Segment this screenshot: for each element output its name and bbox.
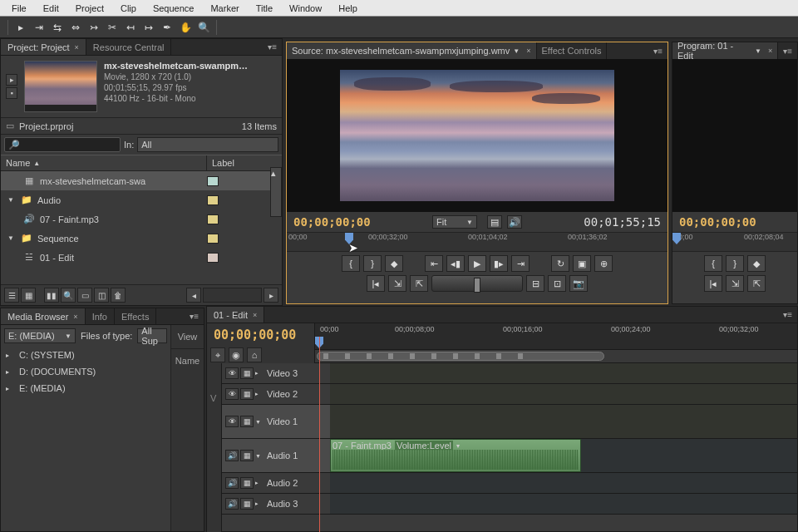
timeline-zoom-bar[interactable] [315, 350, 797, 363]
list-item[interactable]: ▦mx-steveshelmetcam-swa [1, 171, 282, 190]
safe-margins-icon[interactable]: ▣ [573, 255, 591, 272]
toggle-eye-icon[interactable]: 👁 [225, 388, 239, 400]
menu-clip[interactable]: Clip [112, 2, 145, 15]
selection-tool-icon[interactable]: ▸ [12, 19, 29, 36]
output-icon[interactable]: ▤ [487, 215, 502, 229]
go-prev-marker-icon[interactable]: |◂ [704, 275, 722, 292]
name-column[interactable]: Name [171, 348, 204, 372]
track-audio2[interactable] [330, 473, 797, 493]
go-to-in-icon[interactable]: ⇤ [425, 255, 443, 272]
track-select-tool-icon[interactable]: ⇥ [31, 19, 47, 36]
insert-icon[interactable]: ⇲ [726, 275, 744, 292]
tab-media-browser[interactable]: Media Browser× [1, 308, 86, 324]
tab-sequence[interactable]: 01 - Edit× [207, 307, 264, 323]
drive-item[interactable]: ▸E: (MEDIA) [1, 380, 170, 397]
track-name[interactable]: Audio 1 [264, 451, 327, 461]
audio-icon[interactable]: 🔊 [507, 215, 522, 229]
ripple-edit-tool-icon[interactable]: ⇆ [49, 19, 66, 36]
dropdown-icon[interactable]: ▼ [513, 47, 521, 55]
toggle-lock-icon[interactable]: ▦ [240, 477, 254, 489]
step-fwd-icon[interactable]: ▮▸ [490, 255, 508, 272]
new-item-icon[interactable]: ◫ [94, 288, 109, 303]
extract-icon[interactable]: ⊡ [548, 275, 566, 292]
menu-help[interactable]: Help [330, 2, 366, 15]
track-name[interactable]: Video 2 [264, 389, 327, 399]
tab-effect-controls[interactable]: Effect Controls [537, 42, 608, 59]
jog-shuttle[interactable] [431, 275, 523, 292]
label-swatch[interactable] [207, 214, 219, 224]
label-swatch[interactable] [207, 234, 219, 244]
drive-item[interactable]: ▸D: (DOCUMENTS) [1, 363, 170, 380]
label-swatch[interactable] [207, 253, 219, 263]
close-icon[interactable]: × [253, 311, 257, 319]
slide-tool-icon[interactable]: ↦ [140, 19, 157, 36]
drive-dropdown[interactable]: E: (MEDIA) ▼ [4, 328, 76, 343]
find-icon[interactable]: 🔍 [61, 288, 76, 303]
drive-item[interactable]: ▸C: (SYSTEM) [1, 347, 170, 363]
tab-info[interactable]: Info [86, 308, 115, 324]
rolling-edit-tool-icon[interactable]: ⇔ [67, 19, 84, 36]
encore-marker-icon[interactable]: ⌂ [247, 347, 262, 362]
menu-window[interactable]: Window [281, 2, 330, 15]
view-column[interactable]: View [171, 325, 204, 348]
icon-view-icon[interactable]: ▦ [21, 288, 36, 303]
close-icon[interactable]: × [73, 313, 77, 321]
program-ruler[interactable]: 00;00 00;02;08;04 [672, 232, 797, 252]
menu-file[interactable]: File [3, 2, 35, 15]
panel-menu-icon[interactable]: ▾≡ [778, 310, 797, 319]
search-input[interactable]: 🔎 [4, 137, 121, 152]
snapshot-icon[interactable]: 📷 [569, 275, 588, 292]
toggle-eye-icon[interactable]: 👁 [225, 416, 239, 427]
go-prev-marker-icon[interactable]: |◂ [367, 275, 385, 292]
in-filter-dropdown[interactable]: All [137, 137, 278, 152]
close-icon[interactable]: × [75, 43, 79, 52]
file-type-dropdown[interactable]: All Sup [137, 328, 167, 343]
tab-project[interactable]: Project: Project× [1, 39, 86, 55]
mark-out-icon[interactable]: } [726, 255, 744, 272]
timeline-ruler[interactable]: 00;00 00;00;08;00 00;00;16;00 00;00;24;0… [315, 323, 797, 350]
step-back-icon[interactable]: ◂▮ [446, 255, 465, 272]
tab-resource-central[interactable]: Resource Central [86, 39, 172, 55]
marker-icon[interactable]: ◉ [229, 347, 244, 362]
toggle-speaker-icon[interactable]: 🔊 [225, 477, 239, 489]
scrollbar[interactable]: ▴ [270, 167, 282, 217]
menu-marker[interactable]: Marker [202, 2, 247, 15]
mark-in-icon[interactable]: { [342, 255, 360, 272]
track-video3[interactable] [330, 363, 797, 383]
tab-effects[interactable]: Effects [115, 308, 156, 324]
track-name[interactable]: Video 1 [264, 416, 327, 426]
pen-tool-icon[interactable]: ✒ [159, 19, 175, 36]
list-item[interactable]: ▼📁Sequence [1, 229, 282, 248]
list-item[interactable]: ▼📁Audio [1, 190, 282, 209]
twist-open-icon[interactable]: ▼ [7, 234, 16, 242]
tab-program[interactable]: Program: 01 - Edit▼× [672, 42, 778, 59]
track-name[interactable]: Audio 3 [264, 499, 327, 509]
new-bin-icon[interactable]: ▭ [77, 288, 92, 303]
preview-play-icon[interactable]: ▸ [6, 74, 17, 86]
panel-menu-icon[interactable]: ▾≡ [778, 47, 797, 56]
toggle-speaker-icon[interactable]: 🔊 [225, 450, 239, 461]
panel-menu-icon[interactable]: ▾≡ [263, 42, 282, 52]
mark-in-icon[interactable]: { [704, 255, 722, 272]
lift-icon[interactable]: ⊟ [526, 275, 544, 292]
track-video2[interactable] [330, 384, 797, 404]
scrollbar[interactable] [203, 288, 262, 303]
set-marker-icon[interactable]: ◆ [747, 255, 766, 272]
menu-sequence[interactable]: Sequence [145, 2, 203, 15]
label-swatch[interactable] [207, 195, 219, 205]
dropdown-icon[interactable]: ▼ [755, 47, 763, 55]
panel-menu-icon[interactable]: ▾≡ [185, 312, 204, 321]
set-marker-icon[interactable]: ◆ [385, 255, 403, 272]
list-view-icon[interactable]: ☰ [4, 288, 19, 303]
audio-clip[interactable]: 07 - Faint.mp3Volume:Level▾ [330, 439, 581, 472]
track-video1[interactable] [330, 405, 797, 438]
toggle-eye-icon[interactable]: 👁 [225, 367, 239, 379]
toggle-lock-icon[interactable]: ▦ [240, 450, 254, 461]
preview-stop-icon[interactable]: ▪ [6, 87, 17, 99]
close-icon[interactable]: × [526, 47, 530, 55]
menu-project[interactable]: Project [67, 2, 112, 15]
twist-open-icon[interactable]: ▼ [7, 196, 16, 204]
go-to-out-icon[interactable]: ⇥ [511, 255, 530, 272]
toggle-lock-icon[interactable]: ▦ [240, 388, 254, 400]
mark-out-icon[interactable]: } [363, 255, 382, 272]
